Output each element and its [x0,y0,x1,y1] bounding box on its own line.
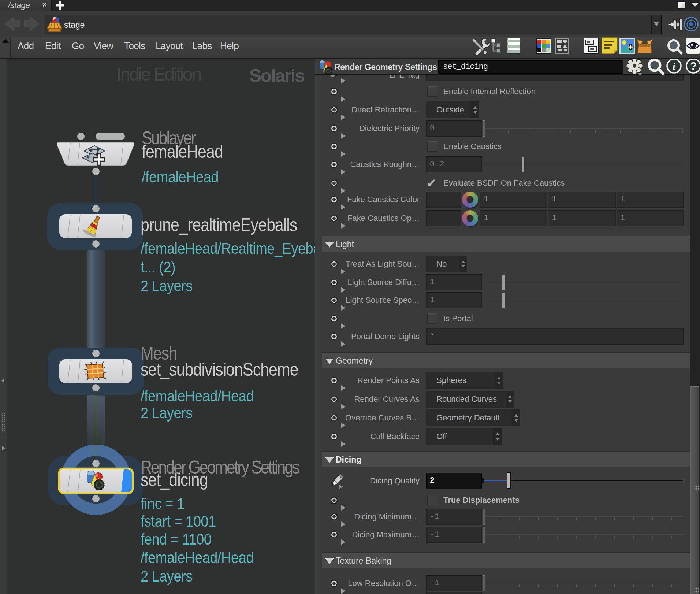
svg-text:?: ? [690,60,697,72]
svg-text:i: i [673,60,675,72]
